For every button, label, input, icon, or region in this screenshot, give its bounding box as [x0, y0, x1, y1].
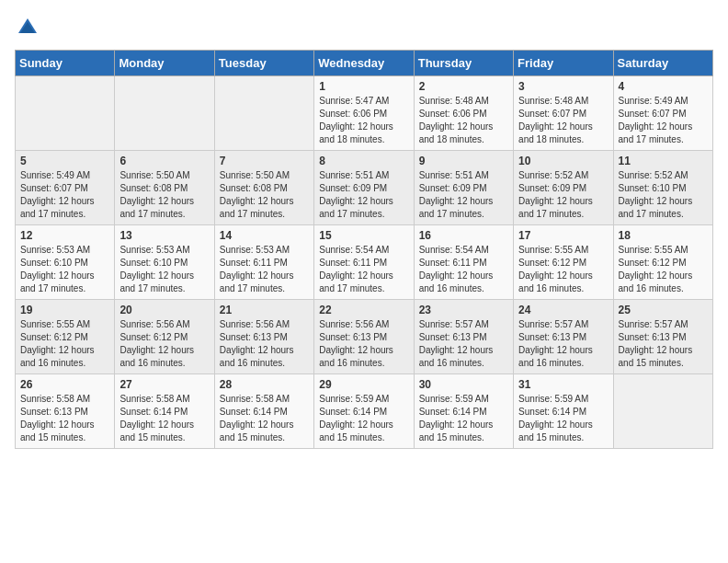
day-info: Sunrise: 5:59 AM Sunset: 6:14 PM Dayligh… [319, 393, 408, 444]
calendar-cell: 29Sunrise: 5:59 AM Sunset: 6:14 PM Dayli… [314, 374, 414, 449]
calendar-table: SundayMondayTuesdayWednesdayThursdayFrid… [15, 50, 713, 449]
day-number: 31 [518, 378, 608, 391]
day-info: Sunrise: 5:54 AM Sunset: 6:11 PM Dayligh… [319, 244, 408, 295]
calendar-cell: 12Sunrise: 5:53 AM Sunset: 6:10 PM Dayli… [16, 225, 115, 300]
calendar-cell: 20Sunrise: 5:56 AM Sunset: 6:12 PM Dayli… [115, 300, 214, 374]
logo [15, 15, 44, 40]
calendar-cell: 27Sunrise: 5:58 AM Sunset: 6:14 PM Dayli… [115, 374, 214, 449]
day-number: 3 [518, 80, 608, 93]
day-info: Sunrise: 5:58 AM Sunset: 6:13 PM Dayligh… [20, 393, 109, 444]
day-number: 21 [220, 304, 309, 316]
day-info: Sunrise: 5:56 AM Sunset: 6:13 PM Dayligh… [319, 318, 408, 370]
calendar-cell [16, 76, 115, 151]
day-number: 12 [20, 229, 109, 242]
calendar-cell: 4Sunrise: 5:49 AM Sunset: 6:07 PM Daylig… [613, 76, 712, 151]
day-number: 22 [319, 304, 408, 316]
day-number: 11 [619, 155, 708, 167]
calendar-header-row: SundayMondayTuesdayWednesdayThursdayFrid… [16, 51, 713, 76]
day-number: 29 [319, 378, 408, 391]
day-info: Sunrise: 5:57 AM Sunset: 6:13 PM Dayligh… [419, 318, 508, 370]
day-info: Sunrise: 5:50 AM Sunset: 6:08 PM Dayligh… [220, 169, 309, 221]
calendar-cell: 14Sunrise: 5:53 AM Sunset: 6:11 PM Dayli… [214, 225, 313, 300]
day-number: 19 [20, 304, 109, 316]
calendar-cell: 15Sunrise: 5:54 AM Sunset: 6:11 PM Dayli… [314, 225, 414, 300]
calendar-cell: 22Sunrise: 5:56 AM Sunset: 6:13 PM Dayli… [314, 300, 414, 374]
calendar-header-tuesday: Tuesday [214, 51, 313, 76]
day-info: Sunrise: 5:57 AM Sunset: 6:13 PM Dayligh… [619, 318, 708, 370]
day-info: Sunrise: 5:49 AM Sunset: 6:07 PM Dayligh… [619, 95, 708, 146]
calendar-cell: 30Sunrise: 5:59 AM Sunset: 6:14 PM Dayli… [414, 374, 513, 449]
day-number: 8 [319, 155, 408, 167]
day-info: Sunrise: 5:53 AM Sunset: 6:11 PM Dayligh… [220, 244, 309, 295]
day-info: Sunrise: 5:55 AM Sunset: 6:12 PM Dayligh… [619, 244, 708, 295]
day-info: Sunrise: 5:59 AM Sunset: 6:14 PM Dayligh… [518, 393, 608, 444]
day-number: 23 [419, 304, 508, 316]
day-number: 17 [518, 229, 608, 242]
day-number: 6 [119, 155, 209, 167]
calendar-cell: 8Sunrise: 5:51 AM Sunset: 6:09 PM Daylig… [314, 151, 414, 225]
calendar-cell: 11Sunrise: 5:52 AM Sunset: 6:10 PM Dayli… [613, 151, 712, 225]
day-info: Sunrise: 5:52 AM Sunset: 6:10 PM Dayligh… [619, 169, 708, 221]
day-number: 13 [119, 229, 209, 242]
day-number: 15 [319, 229, 408, 242]
day-info: Sunrise: 5:49 AM Sunset: 6:07 PM Dayligh… [20, 169, 109, 221]
calendar-week-row: 12Sunrise: 5:53 AM Sunset: 6:10 PM Dayli… [16, 225, 713, 300]
calendar-cell [214, 76, 313, 151]
calendar-header-monday: Monday [115, 51, 214, 76]
day-number: 27 [119, 378, 209, 391]
calendar-cell: 3Sunrise: 5:48 AM Sunset: 6:07 PM Daylig… [514, 76, 613, 151]
day-number: 24 [518, 304, 608, 316]
day-number: 26 [20, 378, 109, 391]
logo-icon [15, 15, 40, 40]
calendar-cell: 7Sunrise: 5:50 AM Sunset: 6:08 PM Daylig… [214, 151, 313, 225]
day-info: Sunrise: 5:57 AM Sunset: 6:13 PM Dayligh… [518, 318, 608, 370]
calendar-cell: 17Sunrise: 5:55 AM Sunset: 6:12 PM Dayli… [514, 225, 613, 300]
calendar-cell: 28Sunrise: 5:58 AM Sunset: 6:14 PM Dayli… [214, 374, 313, 449]
calendar-cell: 6Sunrise: 5:50 AM Sunset: 6:08 PM Daylig… [115, 151, 214, 225]
day-number: 18 [619, 229, 708, 242]
day-number: 25 [619, 304, 708, 316]
day-number: 10 [518, 155, 608, 167]
calendar-header-friday: Friday [514, 51, 613, 76]
calendar-cell: 31Sunrise: 5:59 AM Sunset: 6:14 PM Dayli… [514, 374, 613, 449]
day-number: 4 [619, 80, 708, 93]
day-info: Sunrise: 5:48 AM Sunset: 6:06 PM Dayligh… [419, 95, 508, 146]
calendar-week-row: 1Sunrise: 5:47 AM Sunset: 6:06 PM Daylig… [16, 76, 713, 151]
day-info: Sunrise: 5:56 AM Sunset: 6:12 PM Dayligh… [119, 318, 209, 370]
calendar-cell: 23Sunrise: 5:57 AM Sunset: 6:13 PM Dayli… [414, 300, 513, 374]
day-info: Sunrise: 5:51 AM Sunset: 6:09 PM Dayligh… [419, 169, 508, 221]
calendar-week-row: 19Sunrise: 5:55 AM Sunset: 6:12 PM Dayli… [16, 300, 713, 374]
day-info: Sunrise: 5:56 AM Sunset: 6:13 PM Dayligh… [220, 318, 309, 370]
day-info: Sunrise: 5:51 AM Sunset: 6:09 PM Dayligh… [319, 169, 408, 221]
day-info: Sunrise: 5:58 AM Sunset: 6:14 PM Dayligh… [119, 393, 209, 444]
calendar-cell: 19Sunrise: 5:55 AM Sunset: 6:12 PM Dayli… [16, 300, 115, 374]
day-info: Sunrise: 5:55 AM Sunset: 6:12 PM Dayligh… [20, 318, 109, 370]
day-number: 20 [119, 304, 209, 316]
day-info: Sunrise: 5:58 AM Sunset: 6:14 PM Dayligh… [220, 393, 309, 444]
calendar-cell [115, 76, 214, 151]
day-info: Sunrise: 5:47 AM Sunset: 6:06 PM Dayligh… [319, 95, 408, 146]
calendar-header-thursday: Thursday [414, 51, 513, 76]
calendar-cell: 5Sunrise: 5:49 AM Sunset: 6:07 PM Daylig… [16, 151, 115, 225]
day-info: Sunrise: 5:55 AM Sunset: 6:12 PM Dayligh… [518, 244, 608, 295]
calendar-week-row: 5Sunrise: 5:49 AM Sunset: 6:07 PM Daylig… [16, 151, 713, 225]
calendar-week-row: 26Sunrise: 5:58 AM Sunset: 6:13 PM Dayli… [16, 374, 713, 449]
day-info: Sunrise: 5:53 AM Sunset: 6:10 PM Dayligh… [119, 244, 209, 295]
calendar-header-wednesday: Wednesday [314, 51, 414, 76]
day-info: Sunrise: 5:54 AM Sunset: 6:11 PM Dayligh… [419, 244, 508, 295]
day-info: Sunrise: 5:59 AM Sunset: 6:14 PM Dayligh… [419, 393, 508, 444]
day-number: 16 [419, 229, 508, 242]
day-number: 2 [419, 80, 508, 93]
calendar-cell: 16Sunrise: 5:54 AM Sunset: 6:11 PM Dayli… [414, 225, 513, 300]
day-number: 14 [220, 229, 309, 242]
calendar-cell: 21Sunrise: 5:56 AM Sunset: 6:13 PM Dayli… [214, 300, 313, 374]
calendar-cell: 26Sunrise: 5:58 AM Sunset: 6:13 PM Dayli… [16, 374, 115, 449]
day-number: 1 [319, 80, 408, 93]
calendar-cell: 10Sunrise: 5:52 AM Sunset: 6:09 PM Dayli… [514, 151, 613, 225]
calendar-cell: 18Sunrise: 5:55 AM Sunset: 6:12 PM Dayli… [613, 225, 712, 300]
day-info: Sunrise: 5:52 AM Sunset: 6:09 PM Dayligh… [518, 169, 608, 221]
day-info: Sunrise: 5:53 AM Sunset: 6:10 PM Dayligh… [20, 244, 109, 295]
calendar-header-saturday: Saturday [613, 51, 712, 76]
calendar-cell: 2Sunrise: 5:48 AM Sunset: 6:06 PM Daylig… [414, 76, 513, 151]
day-number: 5 [20, 155, 109, 167]
